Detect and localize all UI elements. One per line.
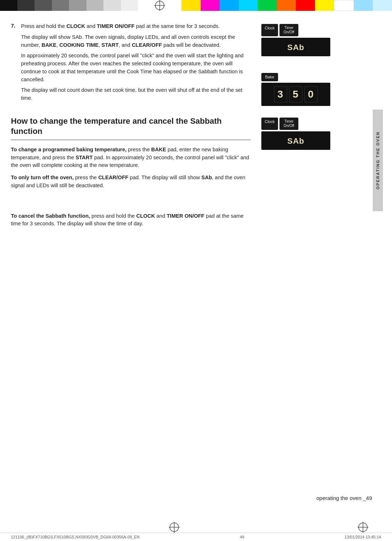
top-color-bar [0, 0, 392, 11]
clock-button-1[interactable]: Clock [261, 24, 278, 36]
digit-0: 0 [305, 86, 318, 102]
swatch-c2 [239, 0, 258, 11]
diag1-display: SAb [261, 38, 330, 56]
diagram-2: Bake 3 5 0 [261, 73, 330, 106]
bottom-left-crosshair [169, 522, 180, 534]
left-swatches [0, 0, 138, 11]
diag1-btn-row: Clock Timer On/Off [261, 24, 330, 36]
bake-button[interactable]: Bake [261, 73, 278, 81]
bottom-right-crosshair [358, 522, 368, 534]
diag2-display: 3 5 0 [261, 83, 330, 106]
swatch-llb [373, 0, 392, 11]
section-divider [11, 140, 250, 140]
page-number-area: operating the oven _49 [317, 495, 372, 501]
diag2-btn-row: Bake [261, 73, 330, 81]
swatch-6 [86, 0, 104, 11]
bake-temp-para: To change a programmed baking temperatur… [11, 146, 250, 169]
side-tab-label: OPERATING THE OVEN [376, 131, 380, 189]
diag3-sab: SAb [287, 136, 305, 146]
crosshair-bottom-left-icon [169, 522, 180, 533]
step-7-para1: The display will show SAb. The oven sign… [21, 33, 250, 49]
swatch-3 [34, 0, 52, 11]
diagram-1: Clock Timer On/Off SAb [261, 24, 330, 56]
diagrams-area: Clock Timer On/Off SAb Bake 3 5 0 [261, 22, 330, 232]
swatch-4 [52, 0, 69, 11]
turn-off-para: To only turn off the oven, press the CLE… [11, 174, 250, 190]
footer-page-num: 49 [240, 535, 244, 539]
diag3-btn-row: Clock Timer On/Off [261, 118, 330, 130]
footer-left: 121106_(IB)FX710BGS,FX510BGS,NX583G0VB_D… [11, 535, 140, 539]
right-swatches [181, 0, 392, 11]
swatch-m [201, 0, 220, 11]
cancel-para: To cancel the Sabbath function, press an… [11, 212, 250, 228]
main-text-area: 7. Press and hold the CLOCK and TIMER ON… [11, 22, 250, 232]
swatch-8 [121, 0, 138, 11]
digit-3: 3 [274, 86, 287, 102]
diag3-display: SAb [261, 131, 330, 150]
step-number-7: 7. [11, 22, 18, 105]
top-center-crosshair [138, 0, 181, 11]
swatch-lb [354, 0, 373, 11]
swatch-y [181, 0, 201, 11]
swatch-2 [17, 0, 35, 11]
clock-button-2[interactable]: Clock [261, 118, 278, 130]
section-heading: How to change the temperature and cancel… [11, 116, 250, 137]
swatch-r [296, 0, 315, 11]
timer-button-1[interactable]: Timer On/Off [279, 24, 298, 36]
swatch-y2 [315, 0, 334, 11]
page-text: operating the oven _49 [317, 495, 372, 501]
step-7-para3: The display will not count down the set … [21, 86, 250, 102]
swatch-c1 [220, 0, 239, 11]
swatch-1 [0, 0, 17, 11]
crosshair-bottom-right-icon [358, 522, 368, 533]
footer-right: 13/01/2014 13:45:14 [344, 535, 381, 539]
swatch-o [277, 0, 296, 11]
step-7: 7. Press and hold the CLOCK and TIMER ON… [11, 22, 250, 105]
step-7-text: Press and hold the CLOCK and TIMER ON/OF… [21, 22, 250, 105]
timer-button-2[interactable]: Timer On/Off [279, 118, 298, 130]
crosshair-icon [154, 0, 165, 11]
diagram-3: Clock Timer On/Off SAb [261, 118, 330, 150]
swatch-7 [103, 0, 121, 11]
step-7-intro: Press and hold the CLOCK and TIMER ON/OF… [21, 22, 250, 30]
step-7-para2: In approximately 20 seconds, the control… [21, 52, 250, 83]
footer: 121106_(IB)FX710BGS,FX510BGS,NX583G0VB_D… [0, 533, 392, 541]
diag1-sab: SAb [287, 43, 305, 52]
side-tab: OPERATING THE OVEN [373, 110, 383, 211]
swatch-g [258, 0, 277, 11]
swatch-5 [69, 0, 86, 11]
swatch-w [334, 0, 354, 11]
digit-5: 5 [289, 86, 302, 102]
